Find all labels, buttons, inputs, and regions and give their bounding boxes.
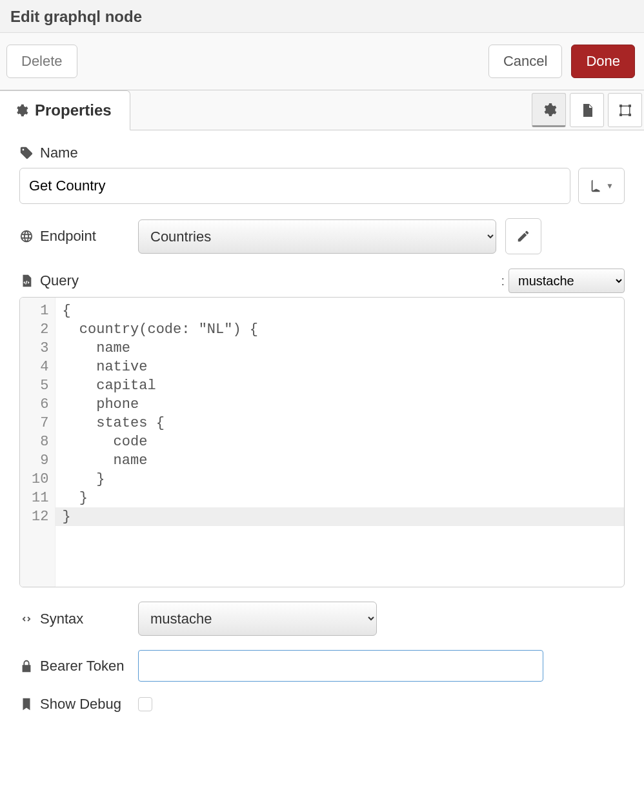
globe-icon bbox=[19, 229, 34, 243]
gear-icon bbox=[541, 102, 557, 117]
endpoint-label: Endpoint bbox=[40, 228, 96, 245]
query-template-select[interactable]: mustache bbox=[508, 269, 625, 293]
content-area: Name ▼ Endpoint Countries Query bbox=[0, 130, 644, 729]
name-info-button[interactable]: ▼ bbox=[578, 168, 625, 204]
caret-down-icon: ▼ bbox=[606, 181, 614, 190]
query-editor[interactable]: 123456789101112 { country(code: "NL") { … bbox=[19, 297, 625, 587]
query-label: Query bbox=[40, 272, 79, 289]
code-icon bbox=[19, 612, 34, 626]
query-header: Query : mustache bbox=[19, 269, 625, 293]
tabs-row: Properties bbox=[0, 90, 644, 130]
name-label: Name bbox=[40, 145, 78, 161]
field-syntax: Syntax mustache bbox=[19, 602, 625, 636]
tab-properties[interactable]: Properties bbox=[0, 90, 130, 130]
query-code[interactable]: { country(code: "NL") { name native capi… bbox=[55, 298, 624, 587]
syntax-select[interactable]: mustache bbox=[138, 602, 377, 636]
colon-label: : bbox=[501, 274, 505, 289]
field-bearer-token: Bearer Token bbox=[19, 650, 625, 682]
field-name-label-row: Name bbox=[19, 145, 625, 161]
field-show-debug: Show Debug bbox=[19, 696, 625, 713]
gear-icon bbox=[14, 103, 28, 117]
dialog-title: Edit graphql node bbox=[10, 8, 634, 26]
bookmark-icon bbox=[19, 697, 34, 711]
query-header-right: : mustache bbox=[501, 269, 625, 293]
lock-icon bbox=[19, 659, 34, 673]
book-icon bbox=[589, 179, 603, 193]
endpoint-edit-button[interactable] bbox=[505, 218, 541, 254]
code-file-icon bbox=[19, 274, 34, 288]
tab-properties-label: Properties bbox=[35, 101, 112, 119]
bounding-box-icon bbox=[618, 103, 633, 118]
file-text-icon bbox=[579, 103, 595, 118]
show-debug-checkbox[interactable] bbox=[138, 697, 152, 711]
field-endpoint: Endpoint Countries bbox=[19, 218, 625, 254]
bearer-token-label: Bearer Token bbox=[40, 658, 124, 675]
query-gutter: 123456789101112 bbox=[20, 298, 55, 587]
tab-settings[interactable] bbox=[532, 93, 566, 127]
tab-description[interactable] bbox=[570, 93, 604, 127]
field-debug-label-row: Show Debug bbox=[19, 696, 129, 713]
field-token-label-row: Bearer Token bbox=[19, 658, 129, 675]
field-name: Name ▼ bbox=[19, 145, 625, 204]
dialog-button-row: Delete Cancel Done bbox=[0, 33, 644, 90]
show-debug-label: Show Debug bbox=[40, 696, 121, 713]
tag-icon bbox=[19, 146, 34, 160]
syntax-label: Syntax bbox=[40, 611, 83, 627]
field-syntax-label-row: Syntax bbox=[19, 611, 129, 627]
tabs-spacer bbox=[130, 90, 530, 130]
field-query: Query : mustache 123456789101112 { count… bbox=[19, 269, 625, 587]
field-endpoint-label-row: Endpoint bbox=[19, 228, 129, 245]
tab-appearance[interactable] bbox=[608, 93, 642, 127]
field-query-label-row: Query bbox=[19, 272, 79, 289]
bearer-token-input[interactable] bbox=[138, 650, 543, 682]
pencil-icon bbox=[516, 229, 530, 243]
dialog-actions-right: Cancel Done bbox=[488, 45, 635, 78]
name-input-wrap: ▼ bbox=[19, 168, 625, 204]
name-input[interactable] bbox=[19, 168, 570, 204]
dialog-header: Edit graphql node bbox=[0, 0, 644, 33]
done-button[interactable]: Done bbox=[571, 45, 635, 78]
delete-button[interactable]: Delete bbox=[6, 45, 77, 78]
cancel-button[interactable]: Cancel bbox=[488, 45, 562, 78]
endpoint-select[interactable]: Countries bbox=[138, 219, 496, 254]
